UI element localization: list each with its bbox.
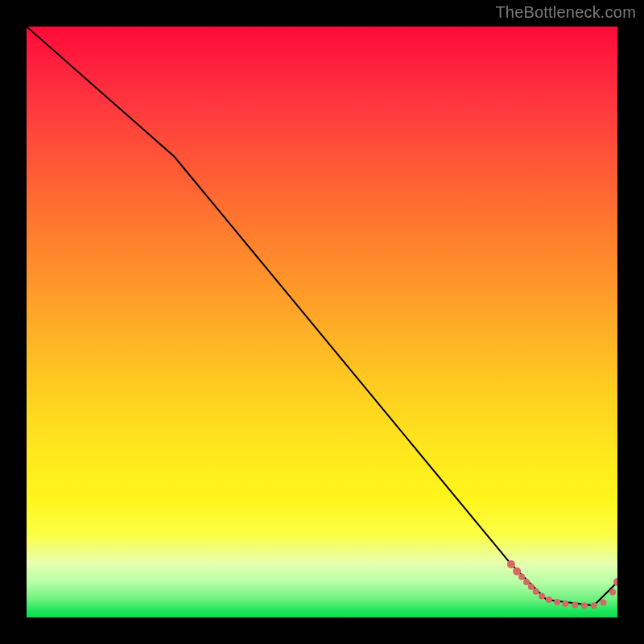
marker-dot: [572, 602, 578, 609]
watermark-text: TheBottleneck.com: [495, 3, 636, 22]
marker-dot: [609, 588, 616, 595]
marker-dot: [591, 602, 597, 609]
marker-dot: [554, 599, 560, 605]
plot-area: [27, 27, 617, 617]
marker-dot: [600, 600, 606, 606]
marker-dot: [546, 597, 552, 603]
marker-dot: [518, 573, 525, 580]
chart-stage: TheBottleneck.com: [0, 0, 644, 644]
marker-dot: [581, 602, 588, 609]
marker-dot: [539, 593, 545, 600]
marker-dot: [528, 584, 535, 590]
marker-dot: [507, 560, 515, 568]
marker-dot: [523, 579, 530, 585]
chart-overlay: [27, 27, 617, 617]
marker-dot: [533, 588, 539, 595]
marker-dot: [562, 601, 568, 607]
curve-line: [27, 27, 617, 605]
